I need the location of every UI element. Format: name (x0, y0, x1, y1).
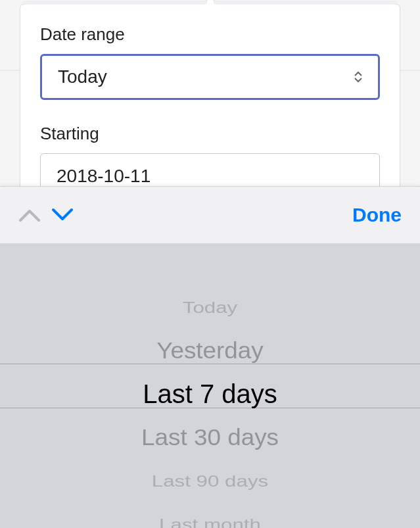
chevron-up-icon (16, 206, 43, 224)
date-range-value: Today (58, 66, 107, 87)
select-carets-icon (354, 71, 362, 83)
previous-field-button[interactable] (13, 199, 46, 231)
chevron-down-icon (49, 206, 76, 224)
picker-overlay: Done TodayYesterdayLast 7 daysLast 30 da… (0, 186, 420, 528)
picker-item[interactable]: Today (17, 291, 404, 323)
starting-date-value: 2018-10-11 (57, 166, 151, 187)
picker-item[interactable]: Last 7 days (0, 372, 420, 416)
picker-item[interactable]: Last 30 days (7, 418, 414, 456)
picker-wheel[interactable]: TodayYesterdayLast 7 daysLast 30 daysLas… (0, 244, 420, 528)
date-filter-card: Date range Today Starting 2018-10-11 (20, 4, 400, 213)
date-range-label: Date range (40, 24, 380, 45)
picker-item[interactable]: Last month (17, 508, 404, 528)
picker-item[interactable]: Last 90 days (17, 465, 404, 496)
done-button[interactable]: Done (352, 204, 407, 226)
starting-label: Starting (40, 124, 380, 144)
next-field-button[interactable] (46, 199, 79, 231)
date-range-select[interactable]: Today (40, 54, 380, 100)
picker-toolbar: Done (0, 186, 420, 244)
picker-item[interactable]: Yesterday (7, 331, 414, 370)
